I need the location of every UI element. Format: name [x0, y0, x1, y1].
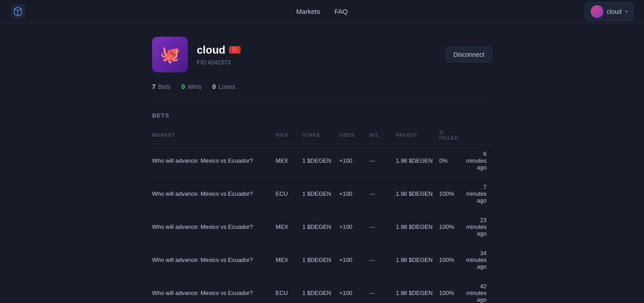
cell-odds: +100: [339, 144, 369, 177]
col-header-odds: ODDS: [339, 126, 369, 144]
cell-market: Who will advance: Mexico vs Ecuador?: [152, 210, 275, 244]
nav-markets[interactable]: Markets: [296, 8, 320, 15]
cell-odds: +100: [339, 210, 369, 244]
profile-section: 🐙 cloud 🟥 FID #241573 Disconnect: [152, 37, 492, 72]
wins-count: 0: [182, 83, 185, 90]
profile-name-row: cloud 🟥: [197, 44, 241, 56]
profile-info: cloud 🟥 FID #241573: [197, 44, 241, 66]
stats-row: 7 Bets 0 Wins 0 Loses: [152, 83, 492, 100]
bets-stat: 7 Bets: [152, 83, 171, 90]
nav-faq[interactable]: FAQ: [335, 8, 348, 15]
col-header-filled: % FILLED: [439, 126, 466, 144]
cell-time: 23 minutes ago: [466, 210, 492, 244]
profile-avatar: 🐙: [152, 37, 188, 72]
logo[interactable]: [11, 4, 25, 19]
cell-market: Who will advance: Mexico vs Ecuador?: [152, 277, 275, 303]
col-header-payout: PAYOUT: [396, 126, 439, 144]
table-row: Who will advance: Mexico vs Ecuador? MEX…: [152, 210, 492, 244]
cell-pick: MEX: [275, 244, 302, 277]
cell-market: Who will advance: Mexico vs Ecuador?: [152, 177, 275, 210]
col-header-time: [466, 126, 492, 144]
col-header-stake: STAKE: [302, 126, 339, 144]
bets-label: Bets: [158, 83, 171, 90]
cell-payout: 1.98 $DEGEN: [396, 210, 439, 244]
cell-time: 6 minutes ago: [466, 144, 492, 177]
loses-label: Loses: [219, 83, 235, 90]
avatar: [591, 5, 603, 18]
cell-filled: 100%: [439, 210, 466, 244]
cell-wl: ---: [369, 244, 396, 277]
nav-links: Markets FAQ: [296, 8, 347, 15]
cell-wl: ---: [369, 177, 396, 210]
cell-stake: 1 $DEGEN: [302, 210, 339, 244]
cell-filled: 100%: [439, 277, 466, 303]
table-row: Who will advance: Mexico vs Ecuador? ECU…: [152, 177, 492, 210]
bets-title: BETS: [152, 112, 492, 119]
cell-odds: +100: [339, 244, 369, 277]
cell-time: 42 minutes ago: [466, 277, 492, 303]
bets-table: MARKET PICK STAKE ODDS W/L PAYOUT % FILL…: [152, 126, 492, 303]
cell-filled: 100%: [439, 177, 466, 210]
cell-stake: 1 $DEGEN: [302, 244, 339, 277]
main-content: 🐙 cloud 🟥 FID #241573 Disconnect 7 Bets …: [143, 23, 501, 303]
user-menu[interactable]: cloud ▾: [585, 2, 633, 21]
cell-pick: MEX: [275, 144, 302, 177]
cell-time: 7 minutes ago: [466, 177, 492, 210]
navbar: Markets FAQ cloud ▾: [0, 0, 644, 23]
table-row: Who will advance: Mexico vs Ecuador? MEX…: [152, 244, 492, 277]
cell-pick: MEX: [275, 210, 302, 244]
cell-odds: +100: [339, 277, 369, 303]
col-header-wl: W/L: [369, 126, 396, 144]
cell-stake: 1 $DEGEN: [302, 277, 339, 303]
loses-stat: 0 Loses: [212, 83, 235, 90]
col-header-market: MARKET: [152, 126, 275, 144]
username-label: cloud: [607, 8, 622, 15]
table-row: Who will advance: Mexico vs Ecuador? MEX…: [152, 144, 492, 177]
cell-stake: 1 $DEGEN: [302, 177, 339, 210]
cell-market: Who will advance: Mexico vs Ecuador?: [152, 144, 275, 177]
cell-pick: ECU: [275, 177, 302, 210]
col-header-pick: PICK: [275, 126, 302, 144]
cell-stake: 1 $DEGEN: [302, 144, 339, 177]
table-row: Who will advance: Mexico vs Ecuador? ECU…: [152, 277, 492, 303]
cell-wl: ---: [369, 277, 396, 303]
bets-table-header: MARKET PICK STAKE ODDS W/L PAYOUT % FILL…: [152, 126, 492, 144]
cell-market: Who will advance: Mexico vs Ecuador?: [152, 244, 275, 277]
disconnect-button[interactable]: Disconnect: [446, 47, 492, 62]
bets-count: 7: [152, 83, 156, 90]
cell-time: 34 minutes ago: [466, 244, 492, 277]
cell-wl: ---: [369, 144, 396, 177]
loses-count: 0: [212, 83, 216, 90]
profile-name: cloud: [197, 44, 225, 56]
cell-payout: 1.98 $DEGEN: [396, 277, 439, 303]
profile-badge: 🟥: [229, 46, 241, 54]
cell-filled: 0%: [439, 144, 466, 177]
cell-payout: 1.98 $DEGEN: [396, 177, 439, 210]
profile-fid: FID #241573: [197, 59, 241, 66]
bets-table-body: Who will advance: Mexico vs Ecuador? MEX…: [152, 144, 492, 303]
bets-section: BETS MARKET PICK STAKE ODDS W/L PAYOUT %…: [152, 112, 492, 303]
wins-stat: 0 Wins: [182, 83, 202, 90]
chevron-down-icon: ▾: [625, 9, 627, 14]
cell-payout: 1.98 $DEGEN: [396, 144, 439, 177]
wins-label: Wins: [188, 83, 202, 90]
cell-filled: 100%: [439, 244, 466, 277]
cell-payout: 1.98 $DEGEN: [396, 244, 439, 277]
cell-wl: ---: [369, 210, 396, 244]
cell-odds: +100: [339, 177, 369, 210]
cell-pick: ECU: [275, 277, 302, 303]
